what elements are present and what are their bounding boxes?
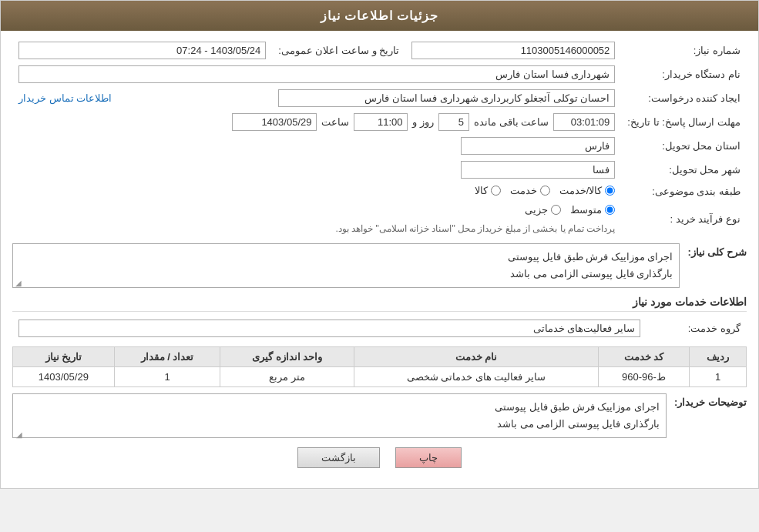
- gorooh-table: گروه خدمت: سایر فعالیت‌های خدماتی: [12, 316, 747, 340]
- main-info-table: شماره نیاز: 1103005146000052 تاریخ و ساع…: [12, 38, 747, 237]
- resize-handle: ◢: [14, 279, 22, 286]
- radio-kala-khadamat-input[interactable]: [605, 186, 615, 196]
- shomara-niaz-label: شماره نیاز:: [621, 38, 747, 62]
- services-table: ردیف کد خدمت نام خدمت واحد اندازه گیری ت…: [12, 346, 747, 387]
- shahr-value: فسا: [461, 161, 615, 179]
- sharh-container: اجرای موزاییک فرش طبق فایل پیوستی بارگذا…: [12, 243, 680, 288]
- back-button[interactable]: بازگشت: [297, 447, 380, 468]
- button-bar: چاپ بازگشت: [12, 438, 747, 480]
- mohlat-rooz: 5: [438, 113, 469, 131]
- ettelaat-tamas-link[interactable]: اطلاعات تماس خریدار: [18, 92, 112, 104]
- radio-khadamat-input[interactable]: [540, 186, 550, 196]
- tawzih-box: اجرای موزاییک فرش طبق فایل پیوستی بارگذا…: [12, 393, 667, 438]
- name-dastgah-label: نام دستگاه خریدار:: [621, 62, 747, 86]
- tarikh-label: تاریخ و ساعت اعلان عمومی:: [272, 38, 405, 62]
- sharh-line2: بارگذاری فایل پیوستی الزامی می باشد: [19, 266, 673, 283]
- radio-kala-label: کالا: [475, 185, 488, 196]
- radio-jozyi[interactable]: جزیی: [525, 204, 561, 216]
- mohlat-label: مهلت ارسال پاسخ: تا تاریخ:: [621, 110, 747, 134]
- ijad-konandeh-label: ایجاد کننده درخواست:: [621, 86, 747, 110]
- radio-motevaset-input[interactable]: [605, 205, 615, 215]
- tawzih-label: توضیحات خریدار:: [674, 393, 747, 408]
- mohlat-baqi: 03:01:09: [553, 113, 615, 131]
- radio-kala-khadamat-label: کالا/خدمت: [559, 185, 603, 196]
- tabaqe-radio-group: کالا خدمت کالا/خدمت: [475, 185, 616, 196]
- radio-khadamat-label: خدمت: [510, 185, 537, 196]
- noe-radio-group: جزیی متوسط: [525, 204, 615, 216]
- shahr-label: شهر محل تحویل:: [621, 158, 747, 182]
- shomara-niaz-value: 1103005146000052: [411, 42, 615, 59]
- cell-tedad: 1: [114, 367, 220, 387]
- name-dastgah-value: شهرداری فسا استان فارس: [18, 65, 615, 83]
- cell-code: ط-96-960: [598, 367, 689, 387]
- sharh-label: شرح کلی نیاز:: [687, 243, 747, 258]
- radio-kala[interactable]: کالا: [475, 185, 501, 196]
- cell-tarikh: 1403/05/29: [13, 367, 115, 387]
- radio-kala-input[interactable]: [491, 186, 501, 196]
- mohlat-date: 1403/05/29: [232, 113, 317, 131]
- sharh-box: اجرای موزاییک فرش طبق فایل پیوستی بارگذا…: [12, 243, 680, 288]
- content-area: شماره نیاز: 1103005146000052 تاریخ و ساع…: [1, 31, 758, 488]
- tawzih-line2: بارگذاری فایل پیوستی الزامی می باشد: [19, 416, 660, 433]
- th-tarikh: تاریخ نیاز: [13, 347, 115, 367]
- th-code: کد خدمت: [598, 347, 689, 367]
- saat-label: ساعت: [321, 116, 349, 128]
- cell-vahed: متر مربع: [220, 367, 354, 387]
- page-header: جزئیات اطلاعات نیاز: [1, 1, 758, 31]
- radio-kala-khadamat[interactable]: کالا/خدمت: [559, 185, 616, 196]
- tawzih-section: توضیحات خریدار: اجرای موزاییک فرش طبق فا…: [12, 393, 747, 438]
- page-wrapper: جزئیات اطلاعات نیاز شماره نیاز: 11030051…: [0, 0, 759, 489]
- radio-jozyi-input[interactable]: [551, 205, 561, 215]
- cell-name: سایر فعالیت های خدماتی شخصی: [354, 367, 599, 387]
- tawzih-line1: اجرای موزاییک فرش طبق فایل پیوستی: [19, 399, 660, 416]
- noe-farayand-label: نوع فرآیند خرید :: [621, 201, 747, 237]
- cell-radif: 1: [690, 367, 747, 387]
- services-title: اطلاعات خدمات مورد نیاز: [12, 296, 747, 312]
- ijad-konandeh-value: احسان توکلی آئجغلو کاربرداری شهرداری فسا…: [278, 89, 615, 107]
- ostan-value: فارس: [461, 137, 615, 155]
- tabaqe-label: طبقه بندی موضوعی:: [621, 182, 747, 201]
- th-radif: ردیف: [690, 347, 747, 367]
- radio-motevaset-label: متوسط: [570, 204, 602, 216]
- th-vahed: واحد اندازه گیری: [220, 347, 354, 367]
- sharh-section: شرح کلی نیاز: اجرای موزاییک فرش طبق فایل…: [12, 243, 747, 288]
- th-name: نام خدمت: [354, 347, 599, 367]
- page-title: جزئیات اطلاعات نیاز: [321, 9, 439, 22]
- table-row: 1 ط-96-960 سایر فعالیت های خدماتی شخصی م…: [13, 367, 747, 387]
- mohlat-saat: 11:00: [354, 113, 408, 131]
- th-tedad: تعداد / مقدار: [114, 347, 220, 367]
- radio-khadamat[interactable]: خدمت: [510, 185, 550, 196]
- radio-jozyi-label: جزیی: [525, 204, 548, 216]
- sharh-line1: اجرای موزاییک فرش طبق فایل پیوستی: [19, 249, 673, 266]
- baqi-label: ساعت باقی مانده: [474, 116, 549, 128]
- rooz-label: روز و: [412, 116, 434, 128]
- tarikh-value: 1403/05/24 - 07:24: [18, 42, 266, 59]
- gorooh-value: سایر فعالیت‌های خدماتی: [18, 320, 640, 337]
- radio-motevaset[interactable]: متوسط: [570, 204, 615, 216]
- gorooh-label: گروه خدمت:: [646, 316, 747, 340]
- noe-notice: پرداخت تمام یا بخشی از مبلغ خریداز محل "…: [335, 223, 615, 234]
- tawzih-resize: ◢: [15, 428, 22, 436]
- ostan-label: استان محل تحویل:: [621, 134, 747, 158]
- print-button[interactable]: چاپ: [395, 447, 462, 468]
